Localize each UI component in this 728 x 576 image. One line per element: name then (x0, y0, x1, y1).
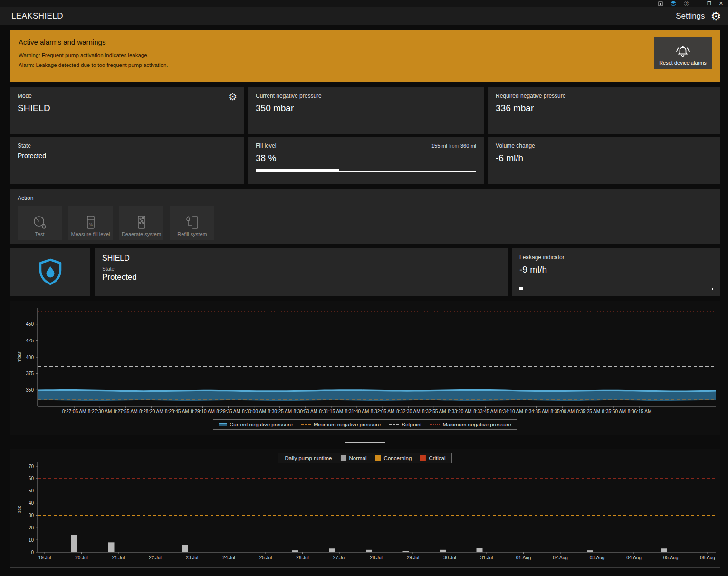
shield-status-card: SHIELD State Protected (95, 248, 508, 296)
svg-text:04.Aug: 04.Aug (626, 555, 642, 560)
fill-level-bar-fill (256, 169, 339, 172)
pressure-chart-panel: 350375400425450mbar8:27:05 AM8:27:30 AM8… (10, 301, 720, 435)
legend-swatch-icon (430, 424, 440, 425)
refill-system-button[interactable]: Refill system (170, 206, 214, 240)
svg-text:8:29:35 AM: 8:29:35 AM (216, 409, 240, 414)
svg-text:8:30:25 AM: 8:30:25 AM (268, 409, 292, 414)
svg-text:27.Jul: 27.Jul (333, 555, 346, 560)
settings-gear-icon[interactable]: ⚙ (711, 10, 721, 22)
settings-button[interactable]: Settings (676, 11, 705, 21)
svg-text:40: 40 (29, 500, 34, 506)
mode-settings-gear-icon[interactable]: ⚙ (228, 92, 237, 102)
svg-text:02.Aug: 02.Aug (553, 555, 568, 560)
reset-device-alarms-button[interactable]: Reset device alarms (654, 37, 712, 69)
alert-alarm-text: Alarm: Leakage detected due to too frequ… (19, 62, 712, 68)
app-title: LEAKSHIELD (11, 11, 63, 21)
current-pressure-value: 350 mbar (256, 103, 476, 113)
minimize-button[interactable]: – (697, 1, 699, 6)
svg-text:8:27:05 AM: 8:27:05 AM (62, 409, 86, 414)
mode-value: SHIELD (18, 103, 236, 113)
alert-banner: Active alarms and warnings Warning: Freq… (10, 30, 720, 82)
svg-text:8:35:00 AM: 8:35:00 AM (550, 409, 575, 414)
svg-text:03.Aug: 03.Aug (590, 555, 605, 560)
svg-text:%: % (88, 222, 92, 227)
svg-text:450: 450 (26, 321, 34, 327)
fill-total-ml: 360 ml (460, 143, 476, 149)
shield-icon (37, 258, 64, 286)
svg-text:26.Jul: 26.Jul (296, 555, 309, 560)
help-icon[interactable]: ? (684, 1, 689, 6)
mode-card: Mode SHIELD ⚙ (10, 87, 244, 134)
legend-item: Minimum negative pressure (301, 422, 381, 427)
fill-level-meta: 155 mlfrom360 ml (431, 143, 476, 149)
state-label: State (18, 142, 236, 149)
svg-text:70: 70 (29, 464, 34, 469)
shield-state-label: State (102, 266, 500, 272)
fill-current-ml: 155 ml (431, 143, 447, 149)
device-icon[interactable] (658, 1, 663, 6)
pressure-chart-legend: Current negative pressureMinimum negativ… (213, 419, 517, 430)
action-label: Action (18, 195, 713, 201)
svg-text:8:33:45 AM: 8:33:45 AM (473, 409, 498, 414)
svg-text:8:33:20 AM: 8:33:20 AM (448, 409, 472, 414)
close-button[interactable]: ✕ (719, 1, 723, 6)
svg-text:8:32:55 AM: 8:32:55 AM (422, 409, 446, 414)
svg-text:20.Jul: 20.Jul (75, 555, 88, 560)
svg-text:350: 350 (26, 387, 34, 393)
runtime-chart-legend: Daily pump runtimeNormalConcerningCritic… (278, 453, 451, 463)
svg-text:8:35:50 AM: 8:35:50 AM (602, 409, 626, 414)
layers-icon[interactable] (671, 1, 676, 6)
svg-text:30: 30 (29, 513, 34, 518)
fill-level-value: 38 % (256, 153, 476, 163)
alert-warning-text: Warning: Frequent pump activation indica… (19, 52, 712, 58)
svg-text:19.Jul: 19.Jul (38, 555, 51, 560)
deaerate-system-button[interactable]: Deaerate system (119, 206, 163, 240)
svg-text:8:29:10 AM: 8:29:10 AM (191, 409, 215, 414)
state-card: State Protected (10, 137, 244, 184)
shield-icon-card (10, 248, 90, 296)
svg-text:8:27:55 AM: 8:27:55 AM (114, 409, 138, 414)
bubbles-device-icon (134, 215, 150, 230)
alert-title: Active alarms and warnings (19, 38, 712, 46)
legend-swatch-icon (219, 423, 227, 426)
measure-fill-level-button[interactable]: % Measure fill level (68, 206, 113, 240)
svg-text:05.Aug: 05.Aug (663, 555, 679, 560)
svg-text:10: 10 (29, 538, 34, 543)
fill-level-bar (256, 168, 476, 172)
svg-text:8:30:00 AM: 8:30:00 AM (242, 409, 266, 414)
measure-fill-level-label: Measure fill level (71, 231, 110, 237)
splitter-grip-icon[interactable] (345, 441, 385, 444)
reset-button-label: Reset device alarms (659, 60, 707, 66)
svg-text:8:31:40 AM: 8:31:40 AM (345, 409, 369, 414)
fill-from-word: from (449, 143, 459, 149)
runtime-chart-panel: Daily pump runtimeNormalConcerningCritic… (10, 449, 720, 568)
test-button[interactable]: Test (18, 206, 62, 240)
svg-text:mbar: mbar (17, 351, 22, 362)
svg-text:20: 20 (29, 525, 34, 530)
chart-splitter[interactable] (10, 435, 720, 449)
title-bar: LEAKSHIELD Settings ⚙ (0, 7, 728, 25)
svg-text:50: 50 (29, 488, 34, 493)
leakage-indicator-value: -9 ml/h (519, 264, 713, 275)
leakage-bar-baseline (519, 290, 713, 290)
svg-text:31.Jul: 31.Jul (480, 555, 493, 560)
required-pressure-label: Required negative pressure (496, 93, 713, 99)
svg-text:29.Jul: 29.Jul (407, 555, 420, 560)
maximize-button[interactable]: ❐ (707, 1, 711, 6)
svg-text:8:32:05 AM: 8:32:05 AM (371, 409, 395, 414)
deaerate-system-label: Deaerate system (122, 231, 161, 237)
gauge-icon (32, 215, 48, 230)
fill-level-device-icon: % (83, 215, 99, 230)
volume-change-label: Volume change (496, 142, 713, 149)
legend-item: Maximum negative pressure (430, 422, 511, 427)
fill-level-card: Fill level 155 mlfrom360 ml 38 % (248, 137, 484, 184)
svg-text:21.Jul: 21.Jul (112, 555, 125, 560)
pressure-chart: 350375400425450mbar8:27:05 AM8:27:30 AM8… (10, 301, 720, 417)
svg-text:8:28:45 AM: 8:28:45 AM (165, 409, 189, 414)
leakage-indicator-card: Leakage indicator -9 ml/h (512, 248, 720, 296)
svg-text:8:30:50 AM: 8:30:50 AM (294, 409, 318, 414)
svg-text:8:32:30 AM: 8:32:30 AM (396, 409, 421, 414)
svg-text:60: 60 (29, 476, 34, 481)
svg-text:8:36:15 AM: 8:36:15 AM (628, 409, 652, 414)
legend-item: Critical (420, 455, 445, 461)
